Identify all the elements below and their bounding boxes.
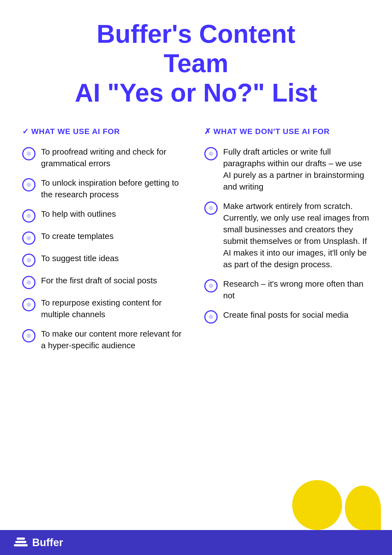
no-list: Fully draft articles or write full parag…: [204, 146, 370, 324]
list-item: Create final posts for social media: [204, 309, 370, 324]
circle-bullet-icon: [22, 178, 35, 191]
yes-item-6: For the first draft of social posts: [41, 275, 157, 286]
columns-container: ✓ WHAT WE USE AI FOR To proofread writin…: [0, 116, 392, 351]
list-item: To help with outlines: [22, 208, 188, 223]
circle-bullet-icon: [22, 254, 35, 267]
circle-bullet-icon: [22, 298, 35, 311]
yes-item-7: To repurpose existing content for multip…: [41, 297, 188, 320]
title-section: Buffer's Content Team AI "Yes or No?" Li…: [0, 0, 392, 116]
list-item: To repurpose existing content for multip…: [22, 297, 188, 320]
list-item: Fully draft articles or write full parag…: [204, 146, 370, 193]
circle-bullet-icon: [204, 279, 218, 292]
circle-bullet-icon: [22, 209, 35, 223]
title-line1: Buffer's Content: [97, 20, 296, 48]
no-column: ✗ WHAT WE DON'T USE AI FOR Fully draft a…: [199, 127, 375, 351]
circle-bullet-icon: [22, 147, 35, 160]
title-line2: Team: [164, 49, 228, 77]
circle-bullet-icon: [22, 231, 35, 245]
circle-bullet-icon: [22, 329, 35, 342]
yellow-circle-large: [292, 480, 342, 530]
list-item: To create templates: [22, 230, 188, 245]
list-item: To suggest title ideas: [22, 253, 188, 267]
yes-column: ✓ WHAT WE USE AI FOR To proofread writin…: [17, 127, 193, 351]
no-item-4: Create final posts for social media: [223, 309, 348, 321]
yes-column-header-text: ✓ WHAT WE USE AI FOR: [22, 127, 120, 136]
no-column-header-text: ✗ WHAT WE DON'T USE AI FOR: [204, 127, 330, 136]
decorative-circles: [292, 480, 381, 530]
list-item: Research – it's wrong more often than no…: [204, 278, 370, 301]
circle-bullet-icon: [22, 276, 35, 289]
yellow-circle-small: [345, 486, 381, 530]
yes-item-1: To proofread writing and check for gramm…: [41, 146, 188, 169]
buffer-logo-text: Buffer: [32, 537, 63, 549]
svg-rect-2: [17, 538, 25, 540]
circle-bullet-icon: [204, 310, 218, 324]
yes-item-8: To make our content more relevant for a …: [41, 328, 188, 351]
yes-list: To proofread writing and check for gramm…: [22, 146, 188, 351]
circle-bullet-icon: [204, 147, 218, 160]
list-item: For the first draft of social posts: [22, 275, 188, 289]
yes-column-header: ✓ WHAT WE USE AI FOR: [22, 127, 188, 136]
title-line3: AI "Yes or No?" List: [75, 79, 317, 107]
buffer-logo: Buffer: [14, 536, 63, 549]
svg-rect-1: [15, 541, 26, 543]
yes-item-4: To create templates: [41, 230, 114, 242]
list-item: To proofread writing and check for gramm…: [22, 146, 188, 169]
circle-bullet-icon: [204, 201, 218, 215]
no-item-2: Make artwork entirely from scratch. Curr…: [223, 200, 370, 270]
no-item-3: Research – it's wrong more often than no…: [223, 278, 370, 301]
svg-rect-0: [14, 544, 28, 546]
main-title: Buffer's Content Team AI "Yes or No?" Li…: [22, 19, 370, 107]
yes-item-2: To unlock inspiration before getting to …: [41, 177, 188, 200]
list-item: Make artwork entirely from scratch. Curr…: [204, 200, 370, 270]
yes-item-5: To suggest title ideas: [41, 253, 119, 264]
list-item: To make our content more relevant for a …: [22, 328, 188, 351]
no-column-header: ✗ WHAT WE DON'T USE AI FOR: [204, 127, 370, 136]
list-item: To unlock inspiration before getting to …: [22, 177, 188, 200]
page-wrapper: Buffer's Content Team AI "Yes or No?" Li…: [0, 0, 392, 555]
no-item-1: Fully draft articles or write full parag…: [223, 146, 370, 193]
buffer-logo-icon: [14, 536, 28, 549]
footer: Buffer: [0, 530, 392, 555]
yes-item-3: To help with outlines: [41, 208, 116, 220]
